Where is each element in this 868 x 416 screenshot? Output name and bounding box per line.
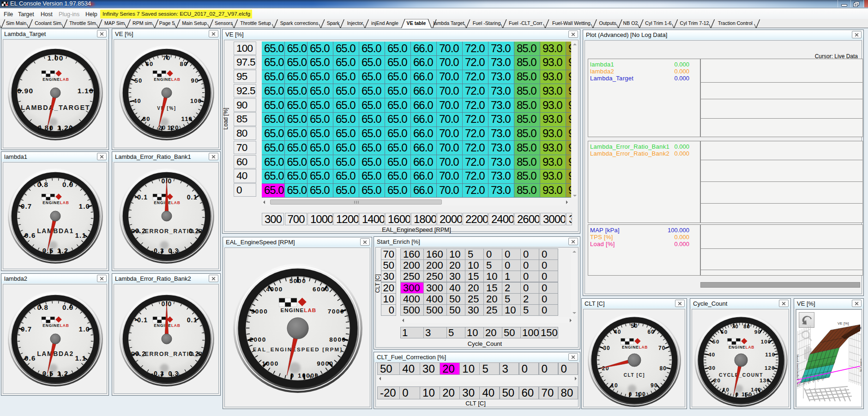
svg-text:50: 50	[135, 77, 143, 84]
svg-text:0.9: 0.9	[62, 303, 73, 311]
svg-text:0.7: 0.7	[21, 202, 32, 210]
svg-text:CLT [C]: CLT [C]	[624, 373, 645, 378]
svg-text:ENGINELAB: ENGINELAB	[42, 77, 69, 82]
svg-text:LAMBDA_TARGET: LAMBDA_TARGET	[21, 104, 90, 111]
svg-text:4000: 4000	[266, 286, 283, 293]
svg-text:120: 120	[167, 124, 179, 131]
svg-text:130: 130	[760, 378, 770, 383]
svg-text:1.1: 1.1	[75, 354, 86, 362]
svg-text:9000: 9000	[317, 360, 334, 367]
svg-text:1.2: 1.2	[57, 369, 68, 377]
svg-text:40: 40	[708, 352, 715, 357]
svg-text:80: 80	[180, 60, 188, 67]
svg-text:70: 70	[732, 324, 739, 329]
svg-text:50: 50	[631, 323, 638, 329]
svg-text:1.20: 1.20	[57, 124, 73, 132]
svg-text:8000: 8000	[329, 336, 346, 343]
svg-text:30: 30	[709, 365, 716, 371]
svg-text:100: 100	[190, 97, 202, 104]
svg-text:1.0: 1.0	[79, 202, 90, 210]
svg-text:1.2: 1.2	[57, 247, 68, 254]
svg-text:10000: 10000	[298, 372, 319, 379]
svg-text:VE [%]: VE [%]	[157, 106, 176, 111]
svg-text:60: 60	[146, 60, 154, 67]
svg-text:2000: 2000	[249, 336, 266, 343]
svg-text:LAMBDA2: LAMBDA2	[37, 350, 74, 357]
svg-text:90: 90	[651, 382, 658, 389]
svg-text:70: 70	[658, 345, 666, 351]
svg-text:140: 140	[751, 387, 761, 392]
svg-text:0.3: 0.3	[168, 247, 179, 254]
svg-text:0.3: 0.3	[168, 370, 179, 377]
svg-text:0.6: 0.6	[24, 354, 36, 362]
svg-text:40: 40	[614, 329, 621, 335]
svg-text:0.8: 0.8	[37, 181, 48, 188]
svg-text:Load [%]: Load [%]	[860, 359, 862, 372]
svg-text:150: 150	[741, 392, 752, 397]
svg-text:110: 110	[181, 115, 193, 122]
svg-text:20: 20	[714, 378, 721, 383]
svg-text:30: 30	[603, 345, 610, 351]
svg-text:CYCLE_COUNT: CYCLE_COUNT	[719, 372, 763, 378]
svg-text:EAL_EngineSpeed [RPM]: EAL_EngineSpeed [RPM]	[797, 355, 799, 386]
svg-text:80: 80	[660, 365, 667, 372]
svg-text:100: 100	[635, 391, 646, 398]
svg-text:0.6: 0.6	[24, 231, 36, 239]
svg-text:1.1: 1.1	[75, 231, 86, 239]
svg-text:ENGINELAB: ENGINELAB	[42, 323, 69, 328]
svg-text:ENGINELAB: ENGINELAB	[154, 77, 180, 82]
svg-text:1.00: 1.00	[48, 54, 64, 62]
svg-text:1.0: 1.0	[79, 325, 90, 333]
svg-text:6000: 6000	[313, 286, 330, 293]
svg-text:7000: 7000	[328, 308, 345, 315]
svg-text:0.1: 0.1	[187, 316, 198, 324]
svg-text:10: 10	[723, 387, 729, 392]
svg-text:0.9: 0.9	[62, 181, 73, 188]
svg-text:1.10: 1.10	[78, 87, 94, 95]
svg-text:EAL_ENGINESPEED [RPM]: EAL_ENGINESPEED [RPM]	[253, 347, 343, 352]
svg-text:0.90: 0.90	[17, 87, 33, 95]
svg-text:10: 10	[611, 382, 618, 389]
svg-text:ENGINELAB: ENGINELAB	[729, 345, 754, 350]
svg-text:40: 40	[133, 97, 141, 104]
svg-text:90: 90	[191, 77, 199, 84]
svg-text:60: 60	[647, 329, 655, 335]
svg-text:80: 80	[743, 324, 750, 329]
svg-text:-0.1: -0.1	[134, 193, 148, 201]
svg-text:VE [%]: VE [%]	[838, 321, 849, 326]
svg-text:0.8: 0.8	[37, 303, 48, 311]
svg-text:3000: 3000	[251, 308, 268, 315]
svg-text:120: 120	[765, 365, 775, 371]
svg-text:5000: 5000	[289, 277, 307, 284]
svg-text:1000: 1000	[262, 360, 279, 367]
svg-text:30: 30	[143, 115, 151, 122]
svg-text:VE: VE	[857, 326, 862, 330]
svg-text:100: 100	[761, 339, 772, 344]
svg-text:-0.1: -0.1	[134, 316, 148, 324]
svg-text:60: 60	[721, 329, 728, 335]
svg-text:LAMBDA1: LAMBDA1	[37, 227, 74, 235]
svg-text:ENGINELAB: ENGINELAB	[622, 345, 648, 350]
svg-text:0.7: 0.7	[21, 325, 32, 333]
svg-text:90: 90	[754, 329, 761, 335]
svg-text:ENGINELAB: ENGINELAB	[280, 307, 316, 313]
svg-text:ENGINELAB: ENGINELAB	[42, 200, 69, 205]
svg-text:50: 50	[712, 339, 719, 344]
svg-text:70: 70	[163, 54, 171, 61]
svg-text:0.1: 0.1	[187, 193, 198, 201]
svg-text:110: 110	[765, 352, 775, 357]
